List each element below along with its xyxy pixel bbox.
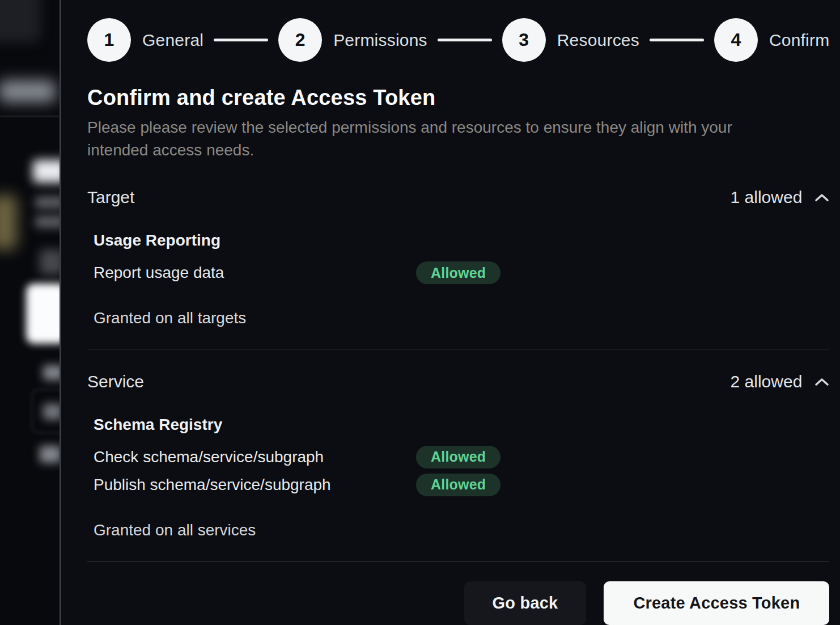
go-back-button[interactable]: Go back <box>464 581 587 625</box>
step-confirm[interactable]: 4 Confirm <box>714 18 829 62</box>
blurred-divider <box>0 116 60 117</box>
section-title: Service <box>87 372 144 391</box>
section-divider <box>87 349 829 349</box>
blurred-accent-shape <box>0 195 17 250</box>
permission-group-title: Usage Reporting <box>94 231 829 250</box>
step-number-circle: 4 <box>714 18 758 62</box>
blurred-logo-box <box>26 284 60 344</box>
blurred-label <box>43 365 60 380</box>
granted-note: Granted on all targets <box>87 309 829 327</box>
allowed-count: 1 allowed <box>731 188 803 207</box>
status-badge: Allowed <box>416 446 500 468</box>
permission-row: Publish schema/service/subgraph Allowed <box>94 474 829 496</box>
blurred-body-text <box>35 196 60 209</box>
step-general[interactable]: 1 General <box>87 18 203 62</box>
permission-label: Check schema/service/subgraph <box>94 448 416 466</box>
step-connector <box>650 39 704 41</box>
blurred-icon <box>40 250 60 275</box>
page-description: Please please review the selected permis… <box>87 116 784 162</box>
chevron-up-icon <box>814 193 829 202</box>
app-root: 1 General 2 Permissions 3 Resources 4 Co… <box>0 0 840 625</box>
step-label: Confirm <box>769 31 829 50</box>
blurred-heading-text <box>33 160 60 183</box>
page-title: Confirm and create Access Token <box>87 85 829 111</box>
target-permission-group: Usage Reporting Report usage data Allowe… <box>87 207 829 284</box>
blurred-body-text <box>35 216 60 228</box>
allowed-count: 2 allowed <box>731 372 803 391</box>
permission-row: Check schema/service/subgraph Allowed <box>94 446 829 468</box>
service-section-toggle[interactable]: 2 allowed <box>731 372 830 391</box>
step-label: General <box>142 31 203 50</box>
step-number-circle: 1 <box>87 18 131 62</box>
target-section-toggle[interactable]: 1 allowed <box>731 188 830 207</box>
service-permission-group: Schema Registry Check schema/service/sub… <box>87 391 829 496</box>
step-permissions[interactable]: 2 Permissions <box>278 18 427 62</box>
permission-label: Publish schema/service/subgraph <box>94 476 416 494</box>
blurred-card <box>0 0 41 42</box>
permission-group-title: Schema Registry <box>94 415 829 434</box>
background-page-blurred <box>0 0 60 625</box>
blurred-nav-text <box>0 81 56 102</box>
create-access-token-modal: 1 General 2 Permissions 3 Resources 4 Co… <box>61 0 840 625</box>
blurred-label <box>43 404 60 420</box>
status-badge: Allowed <box>416 474 500 496</box>
target-section-header: Target 1 allowed <box>87 188 829 207</box>
footer-divider <box>87 561 829 561</box>
step-label: Permissions <box>333 31 427 50</box>
status-badge: Allowed <box>416 261 500 284</box>
permission-label: Report usage data <box>94 264 416 282</box>
step-number-circle: 2 <box>278 18 322 62</box>
step-connector <box>438 39 492 41</box>
modal-footer: Go back Create Access Token <box>87 581 829 625</box>
wizard-stepper: 1 General 2 Permissions 3 Resources 4 Co… <box>87 18 829 62</box>
step-number-circle: 3 <box>502 18 546 62</box>
service-section-header: Service 2 allowed <box>87 372 829 391</box>
step-label: Resources <box>557 31 639 50</box>
section-title: Target <box>87 188 134 207</box>
step-connector <box>214 39 268 41</box>
permission-row: Report usage data Allowed <box>94 261 829 284</box>
blurred-label <box>40 446 60 463</box>
create-access-token-button[interactable]: Create Access Token <box>604 581 829 625</box>
step-resources[interactable]: 3 Resources <box>502 18 639 62</box>
chevron-up-icon <box>814 377 829 386</box>
granted-note: Granted on all services <box>87 521 829 539</box>
